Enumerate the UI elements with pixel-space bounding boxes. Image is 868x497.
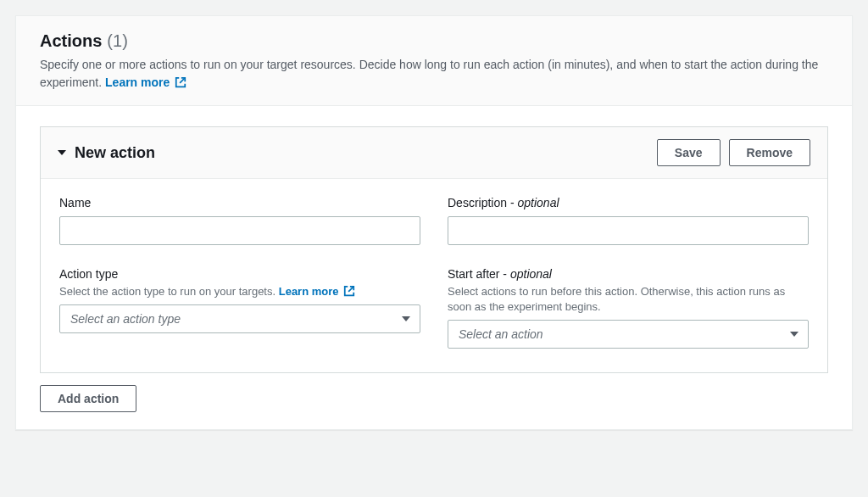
remove-button[interactable]: Remove — [729, 139, 810, 166]
add-action-wrap: Add action — [40, 385, 828, 412]
section-body: New action Save Remove Name Description — [16, 106, 852, 429]
field-action-type: Action type Select the action type to ru… — [59, 267, 420, 349]
section-title: Actions — [40, 31, 102, 51]
start-after-label-text: Start after — [448, 267, 499, 281]
start-after-label: Start after - optional — [448, 267, 809, 281]
section-count: (1) — [107, 31, 127, 51]
learn-more-label: Learn more — [105, 75, 170, 89]
description-label-text: Description — [448, 196, 507, 209]
description-label: Description - optional — [448, 196, 809, 209]
caret-down-icon — [58, 150, 66, 155]
add-action-button[interactable]: Add action — [40, 385, 136, 412]
save-button[interactable]: Save — [657, 139, 721, 166]
field-name: Name — [59, 196, 420, 245]
start-after-optional-tag: optional — [510, 267, 552, 281]
action-type-label: Action type — [59, 267, 420, 281]
name-input[interactable] — [59, 216, 420, 245]
start-after-placeholder: Select an action — [448, 320, 809, 349]
action-type-helper-text: Select the action type to run on your ta… — [59, 285, 275, 298]
section-description: Specify one or more actions to run on yo… — [40, 56, 828, 92]
action-type-learn-more-label: Learn more — [279, 285, 339, 298]
external-link-icon — [175, 76, 186, 88]
actions-container: Actions (1) Specify one or more actions … — [15, 15, 853, 430]
panel-title-toggle[interactable]: New action — [58, 144, 155, 162]
action-type-helper: Select the action type to run on your ta… — [59, 284, 420, 299]
action-type-learn-more-link[interactable]: Learn more — [279, 285, 355, 298]
action-type-placeholder: Select an action type — [59, 304, 420, 333]
action-panel-header: New action Save Remove — [41, 127, 827, 179]
field-start-after: Start after - optional Select actions to… — [448, 267, 809, 349]
start-after-select[interactable]: Select an action — [448, 320, 809, 349]
action-panel-body: Name Description - optional Action type — [41, 179, 827, 372]
description-optional-tag: optional — [517, 196, 559, 209]
dash-separator: - — [503, 267, 510, 281]
learn-more-link[interactable]: Learn more — [105, 75, 186, 89]
action-panel: New action Save Remove Name Description — [40, 126, 828, 373]
section-header: Actions (1) Specify one or more actions … — [16, 16, 852, 106]
panel-title: New action — [75, 144, 155, 162]
action-type-select[interactable]: Select an action type — [59, 304, 420, 333]
external-link-icon — [343, 285, 355, 297]
description-input[interactable] — [448, 216, 809, 245]
panel-button-group: Save Remove — [657, 139, 810, 166]
start-after-helper: Select actions to run before this action… — [448, 284, 809, 315]
section-title-row: Actions (1) — [40, 31, 828, 51]
field-description: Description - optional — [448, 196, 809, 245]
name-label: Name — [59, 196, 420, 209]
